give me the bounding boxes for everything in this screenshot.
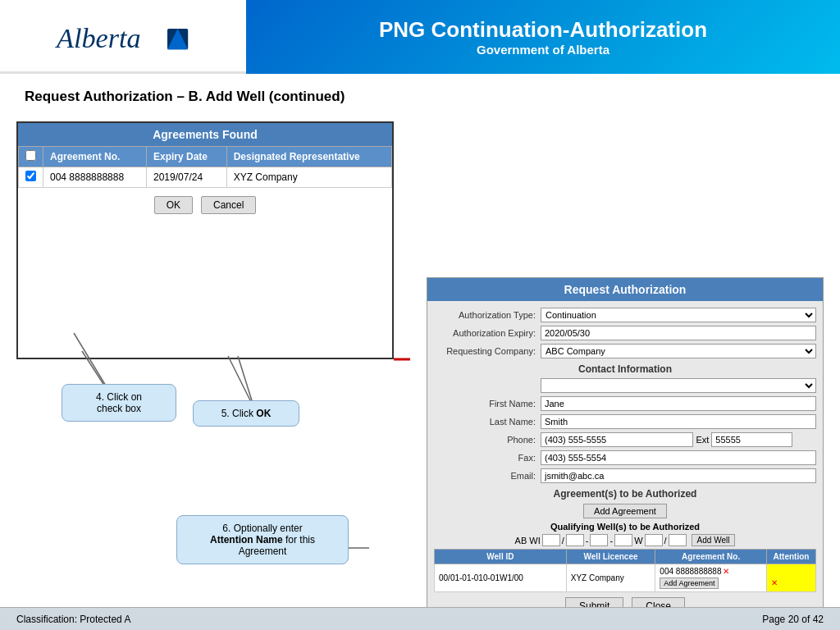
row-representative: XYZ Company [226,167,391,188]
callout-4-text: 4. Click on check box [96,391,142,414]
agreement-tag: 004 8888888888 ✕ [660,567,762,576]
qualifying-header: Qualifying Well(s) to be Authorized [434,522,816,532]
ra-title: Request Authorization [427,278,823,301]
callout-5-prefix: 5. Click [221,408,257,419]
ra-body: Authorization Type: Continuation Authori… [427,301,823,627]
requesting-company-select[interactable]: ABC Company [541,344,816,358]
auth-type-select[interactable]: Continuation [541,308,816,322]
auth-type-label: Authorization Type: [434,310,541,320]
attention-input[interactable] [771,569,810,578]
auth-type-row: Authorization Type: Continuation [434,308,816,322]
page-main-title: PNG Continuation-Authorization [379,17,707,43]
callout-step5: 5. Click OK [193,400,299,427]
col-agreement-no: Agreement No. [43,147,147,167]
contact-info-header: Contact Information [434,363,816,375]
qualifying-row: AB WI / - - W / Add Well [434,534,816,546]
auth-expiry-row: Authorization Expiry: [434,326,816,340]
ab-wi-input-2[interactable] [566,534,584,546]
remove-agreement-button[interactable]: ✕ [723,567,729,576]
contact-dropdown[interactable] [541,378,816,393]
last-name-input[interactable] [541,414,816,429]
add-agreement-button[interactable]: Add Agreement [583,504,667,518]
ab-wi-input-5[interactable] [645,534,663,546]
row-checkbox-cell[interactable] [19,167,43,188]
ab-wi-input-3[interactable] [590,534,608,546]
first-name-input[interactable] [541,396,816,411]
row-agreement-no: 004 8888888888 [43,167,147,188]
email-input[interactable] [541,468,816,483]
callout-step6: 6. Optionally enter Attention Name for t… [176,515,349,564]
ext-label: Ext [696,435,709,445]
fax-label: Fax: [434,453,541,463]
page-subtitle: Government of Alberta [477,43,609,57]
add-agreement-inline-button[interactable]: Add Agreement [660,578,719,589]
qualifying-section: Qualifying Well(s) to be Authorized AB W… [434,522,816,592]
callout-5-bold: OK [256,408,271,419]
well-licencee-cell: XYZ Company [566,564,655,592]
auth-expiry-label: Authorization Expiry: [434,328,541,338]
request-auth-panel: Request Authorization Authorization Type… [427,277,824,597]
header-title-area: PNG Continuation-Authorization Governmen… [246,0,840,74]
logo-area: Alberta [0,0,246,74]
fax-input[interactable] [541,450,816,465]
callout-step4: 4. Click on check box [62,384,176,422]
col-expiry-date: Expiry Date [147,147,227,167]
ra-container: Request Authorization Authorization Type… [427,277,824,628]
contact-select-row [434,378,816,393]
remove-attention-button[interactable]: ✕ [771,578,778,587]
well-licencee-col: Well Licencee [566,550,655,564]
cancel-button[interactable]: Cancel [201,196,256,214]
attention-col: Attention [767,550,816,564]
auth-expiry-input[interactable] [541,326,816,340]
email-row: Email: [434,468,816,483]
fax-row: Fax: [434,450,816,465]
col-designated-rep: Designated Representative [226,147,391,167]
well-id-col: Well ID [435,550,567,564]
callout-6-prefix: 6. Optionally enter [222,523,302,534]
page-info: Page 20 of 42 [762,614,824,625]
dialog-buttons: OK Cancel [18,188,392,222]
dialog-title: Agreements Found [18,123,392,146]
first-name-row: First Name: [434,396,816,411]
well-table: Well ID Well Licencee Agreement No. Atte… [434,549,816,592]
agreements-table: Agreement No. Expiry Date Designated Rep… [18,146,392,188]
phone-label: Phone: [434,435,541,445]
agreement-no-value: 004 8888888888 [660,567,721,576]
main-content: Agreements Found Agreement No. Expiry Da… [0,113,840,597]
section-title: Request Authorization – B. Add Well (con… [0,74,840,113]
phone-row: Phone: Ext [434,432,816,447]
ab-wi-input-4[interactable] [614,534,632,546]
select-all-checkbox[interactable] [25,150,36,161]
classification-label: Classification: Protected A [16,614,130,625]
attention-cell[interactable]: ✕ [767,564,816,592]
table-row: 004 8888888888 2019/07/24 XYZ Company [19,167,392,188]
ab-wi-label: AB WI [515,536,541,546]
add-well-button[interactable]: Add Well [692,534,736,546]
phone-ext-input[interactable] [711,432,792,447]
agreements-auth-header: Agreement(s) to be Authorized [434,488,816,500]
agreements-dialog: Agreements Found Agreement No. Expiry Da… [16,121,394,359]
row-expiry-date: 2019/07/24 [147,167,227,188]
well-id-cell: 00/01-01-010-01W1/00 [435,564,567,592]
ok-button[interactable]: OK [154,196,193,214]
header: Alberta PNG Continuation-Authorization G… [0,0,840,74]
first-name-label: First Name: [434,399,541,409]
well-table-row: 00/01-01-010-01W1/00 XYZ Company 004 888… [435,564,816,592]
requesting-company-label: Requesting Company: [434,346,541,356]
phone-input[interactable] [541,432,693,447]
svg-text:Alberta: Alberta [55,22,141,52]
alberta-logo: Alberta [49,11,197,61]
footer: Classification: Protected A Page 20 of 4… [0,607,840,630]
ab-wi-input-6[interactable] [669,534,687,546]
agreement-no-cell: 004 8888888888 ✕ Add Agreement [655,564,767,592]
requesting-company-row: Requesting Company: ABC Company [434,344,816,358]
last-name-label: Last Name: [434,417,541,427]
callout-6-bold: Attention Name [210,534,283,546]
ab-wi-input-1[interactable] [542,534,560,546]
email-label: Email: [434,471,541,481]
col-checkbox [19,147,43,167]
agreement-no-col: Agreement No. [655,550,767,564]
last-name-row: Last Name: [434,414,816,429]
row-checkbox[interactable] [25,171,36,181]
